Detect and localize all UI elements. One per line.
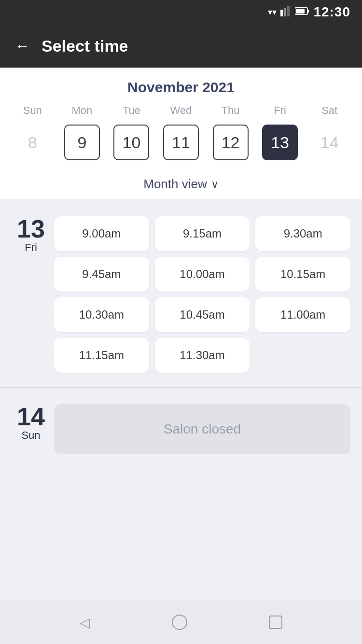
back-button[interactable]: ←	[14, 37, 30, 55]
signal-icon	[280, 6, 291, 19]
date-num-13: 13	[262, 125, 298, 160]
day-name-14: Sun	[21, 429, 40, 442]
calendar-month: November 2021	[8, 79, 354, 96]
nav-home-icon[interactable]	[172, 615, 187, 630]
svg-rect-5	[307, 10, 309, 13]
nav-back-icon[interactable]: ◁	[80, 615, 90, 630]
date-num-9: 9	[64, 125, 100, 160]
chevron-down-icon: ∨	[211, 178, 219, 191]
slot-1000am[interactable]: 10.00am	[155, 257, 250, 292]
day-label-14: 14 Sun	[12, 404, 50, 442]
slot-1130am[interactable]: 11.30am	[155, 338, 250, 373]
header: ← Select time	[0, 24, 362, 68]
svg-rect-0	[280, 10, 283, 16]
date-cell-11[interactable]: 11	[156, 123, 206, 162]
slot-1100am[interactable]: 11.00am	[255, 297, 350, 332]
status-bar: ▾▾ 12:30	[0, 0, 362, 24]
day-content-row-13: 13 Fri 9.00am 9.15am 9.30am 9.45am 10.00…	[12, 216, 350, 373]
day-number-13: 13	[17, 216, 45, 241]
weekday-sat: Sat	[305, 104, 354, 117]
day-number-14: 14	[17, 404, 45, 429]
day-content-row-14: 14 Sun Salon closed	[12, 404, 350, 454]
battery-icon	[295, 7, 309, 18]
svg-rect-2	[287, 6, 290, 16]
date-num-10: 10	[113, 125, 149, 160]
wifi-icon: ▾▾	[268, 7, 277, 17]
day-label-13: 13 Fri	[12, 216, 50, 254]
svg-rect-1	[284, 8, 286, 16]
date-cell-10[interactable]: 10	[107, 123, 156, 162]
salon-closed-card: Salon closed	[54, 404, 350, 454]
weekday-fri: Fri	[255, 104, 305, 117]
date-cell-9[interactable]: 9	[57, 123, 107, 162]
month-view-label: Month view	[143, 177, 207, 192]
slot-915am[interactable]: 9.15am	[155, 216, 250, 251]
month-view-toggle[interactable]: Month view ∨	[0, 170, 362, 200]
dates-row: 8 9 10 11 12 13 14	[8, 123, 354, 170]
calendar-section: November 2021 Sun Mon Tue Wed Thu Fri Sa…	[0, 68, 362, 170]
weekday-thu: Thu	[206, 104, 255, 117]
date-cell-12[interactable]: 12	[206, 123, 255, 162]
date-cell-13[interactable]: 13	[255, 123, 305, 162]
date-num-12: 12	[213, 125, 249, 160]
day-name-13: Fri	[25, 241, 37, 254]
date-cell-8[interactable]: 8	[8, 123, 57, 162]
slot-1115am[interactable]: 11.15am	[54, 338, 149, 373]
weekday-mon: Mon	[57, 104, 107, 117]
date-num-14: 14	[312, 125, 348, 160]
slot-930am[interactable]: 9.30am	[255, 216, 350, 251]
nav-bar: ◁	[0, 601, 362, 644]
date-num-11: 11	[163, 125, 199, 160]
weekday-sun: Sun	[8, 104, 57, 117]
date-num-8: 8	[14, 125, 50, 160]
date-cell-14[interactable]: 14	[305, 123, 354, 162]
slot-1015am[interactable]: 10.15am	[255, 257, 350, 292]
day-section-14: 14 Sun Salon closed	[0, 387, 362, 469]
weekday-tue: Tue	[107, 104, 156, 117]
day-section-13: 13 Fri 9.00am 9.15am 9.30am 9.45am 10.00…	[0, 200, 362, 387]
page-title: Select time	[42, 37, 128, 56]
slot-1030am[interactable]: 10.30am	[54, 297, 149, 332]
slot-900am[interactable]: 9.00am	[54, 216, 149, 251]
weekday-wed: Wed	[156, 104, 206, 117]
nav-square-icon[interactable]	[269, 616, 282, 629]
slots-grid-13: 9.00am 9.15am 9.30am 9.45am 10.00am 10.1…	[54, 216, 350, 373]
weekday-row: Sun Mon Tue Wed Thu Fri Sat	[8, 104, 354, 117]
slot-945am[interactable]: 9.45am	[54, 257, 149, 292]
status-time: 12:30	[313, 4, 350, 20]
slot-1045am[interactable]: 10.45am	[155, 297, 250, 332]
status-icons: ▾▾ 12:30	[268, 4, 350, 20]
svg-rect-4	[296, 9, 305, 14]
time-slots-section: 13 Fri 9.00am 9.15am 9.30am 9.45am 10.00…	[0, 200, 362, 601]
